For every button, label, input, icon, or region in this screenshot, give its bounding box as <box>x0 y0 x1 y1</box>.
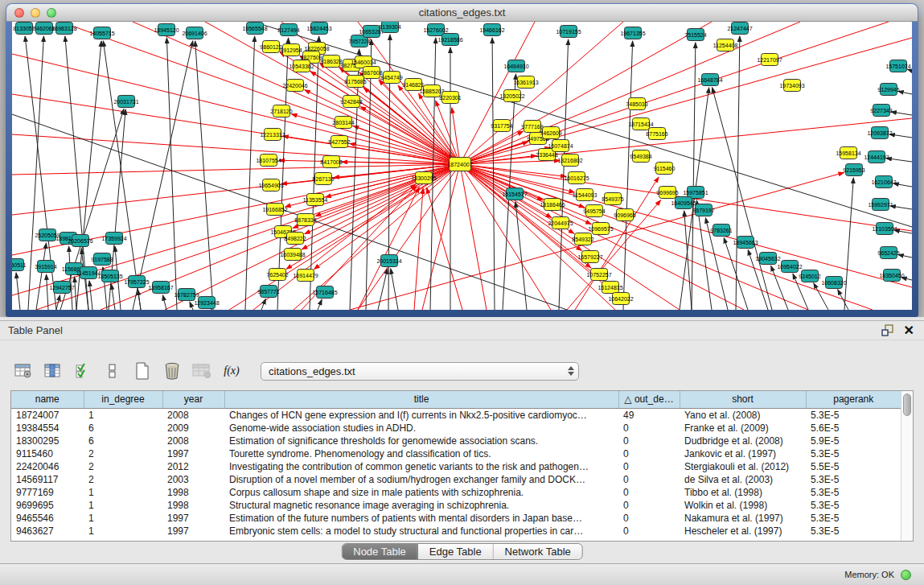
table-cell[interactable]: 1997 <box>162 525 224 538</box>
column-header-pagerank[interactable]: pagerank <box>806 391 901 408</box>
graph-node[interactable]: 16983128 <box>51 23 76 35</box>
graph-node[interactable]: 2718120 <box>270 105 292 117</box>
graph-node[interactable]: 16039488 <box>280 249 305 261</box>
table-row[interactable]: 2242004622012Investigating the contribut… <box>11 460 901 473</box>
table-cell[interactable]: 0 <box>618 473 680 486</box>
table-cell[interactable]: 2008 <box>162 435 224 447</box>
graph-node[interactable]: 18724007 <box>447 158 472 171</box>
graph-node[interactable]: 12923448 <box>194 297 219 309</box>
table-cell[interactable]: 1 <box>84 512 162 525</box>
graph-node[interactable]: 18350450 <box>879 270 904 282</box>
table-row[interactable]: 1830029562008Estimation of significance … <box>11 435 901 447</box>
zoom-window-button[interactable] <box>47 8 56 18</box>
citation-network-graph[interactable]: 8133057946206816983128140557151894512020… <box>12 22 912 310</box>
graph-node[interactable]: 13216802 <box>557 154 582 167</box>
float-panel-icon[interactable] <box>881 324 894 336</box>
graph-node[interactable]: 19045632 <box>755 253 780 265</box>
graph-node[interactable]: 16648784 <box>697 74 722 86</box>
table-cell[interactable]: Genome-wide association studies in ADHD. <box>224 422 618 435</box>
graph-node[interactable]: 8427552 <box>328 136 350 148</box>
graph-node[interactable]: 8775165 <box>646 128 667 140</box>
table-cell[interactable]: 0 <box>618 435 680 447</box>
table-cell[interactable]: 1 <box>84 499 162 512</box>
new-object-button[interactable] <box>132 360 153 381</box>
table-cell[interactable]: 2 <box>84 460 162 473</box>
graph-node[interactable]: 8549375 <box>602 193 623 205</box>
graph-node[interactable]: 13958167 <box>148 282 173 294</box>
table-cell[interactable]: 0 <box>618 525 680 538</box>
graph-node[interactable]: 9783261 <box>710 225 732 237</box>
graph-node[interactable]: 9115460 <box>654 163 676 175</box>
graph-node[interactable]: 11254408 <box>713 39 738 51</box>
memory-ok-indicator[interactable] <box>901 570 911 580</box>
graph-node[interactable]: 3915914 <box>35 261 56 273</box>
graph-node[interactable]: 7515524 <box>684 29 706 41</box>
graph-node[interactable]: 11544093 <box>573 189 598 201</box>
close-panel-icon[interactable]: ✕ <box>904 325 914 336</box>
table-cell[interactable]: Estimation of the future numbers of pati… <box>224 512 618 525</box>
graph-node[interactable]: 16074874 <box>548 140 573 152</box>
graph-node[interactable]: 18107554 <box>256 154 281 167</box>
graph-node[interactable]: 13205022 <box>499 90 524 102</box>
table-cell[interactable]: 1997 <box>162 512 224 525</box>
graph-node[interactable]: 22044975 <box>548 217 573 229</box>
graph-node[interactable]: 12444193 <box>864 151 889 163</box>
table-cell[interactable]: Tourette syndrome. Phenomenology and cla… <box>224 447 618 460</box>
table-row[interactable]: 911546021997Tourette syndrome. Phenomeno… <box>11 447 901 460</box>
table-cell[interactable]: 19384554 <box>11 422 84 435</box>
table-cell[interactable]: 5.3E-5 <box>806 525 901 538</box>
column-header-short[interactable]: short <box>680 391 806 408</box>
graph-node[interactable]: 9652425 <box>877 247 899 259</box>
graph-node[interactable]: 9860123 <box>260 41 281 53</box>
table-cell[interactable]: Structural magnetic resonance image aver… <box>224 499 618 512</box>
graph-node[interactable]: 9850511 <box>12 259 26 271</box>
graph-node[interactable]: 20691406 <box>182 27 207 39</box>
deselect-all-rows-button[interactable] <box>102 360 123 381</box>
table-row[interactable]: 1456911722003Disruption of a novel membe… <box>11 473 901 486</box>
table-cell[interactable]: 0 <box>618 486 680 499</box>
graph-node[interactable]: 9699695 <box>656 187 678 199</box>
graph-node[interactable]: 9549384 <box>630 150 651 163</box>
table-cell[interactable]: Tibbo et al. (1998) <box>680 486 806 499</box>
table-cell[interactable]: 5.6E-5 <box>806 422 901 435</box>
graph-node[interactable]: 7462609 <box>540 127 561 139</box>
table-cell[interactable]: 1998 <box>162 486 224 499</box>
graph-node[interactable]: 19565548 <box>242 23 267 35</box>
table-row[interactable]: 946362711997Embryonic stem cells: a mode… <box>11 525 901 538</box>
table-cell[interactable]: Franke et al. (2009) <box>680 422 806 435</box>
table-cell[interactable]: 2008 <box>162 408 224 422</box>
column-header-year[interactable]: year <box>162 391 224 408</box>
graph-node[interactable]: 17957225 <box>124 276 149 288</box>
table-cell[interactable]: 49 <box>618 408 680 422</box>
graph-node[interactable]: 15824453 <box>306 23 331 35</box>
table-cell[interactable]: 9463627 <box>11 525 84 538</box>
graph-node[interactable]: 12217097 <box>757 54 782 66</box>
graph-node[interactable]: 19166852 <box>262 204 287 216</box>
graph-node[interactable]: 9857771 <box>257 286 279 298</box>
graph-node[interactable]: 16914479 <box>293 270 318 282</box>
graph-node[interactable]: 18505135 <box>97 270 122 282</box>
graph-node[interactable]: 10719155 <box>556 26 581 38</box>
graph-node[interactable]: 8498222 <box>284 233 306 245</box>
graph-node[interactable]: 8267130 <box>312 173 334 185</box>
table-source-dropdown[interactable]: citations_edges.txt <box>261 362 579 381</box>
delete-table-button[interactable] <box>162 360 183 381</box>
graph-node[interactable]: 8454749 <box>380 72 402 84</box>
show-columns-button[interactable] <box>43 360 64 381</box>
graph-node[interactable]: 22420046 <box>282 80 307 92</box>
column-header-title[interactable]: title <box>224 391 618 408</box>
table-cell[interactable]: 1998 <box>162 499 224 512</box>
table-row[interactable]: 977716911998Corpus callosum shape and si… <box>11 486 901 499</box>
graph-node[interactable]: 19218586 <box>437 34 462 46</box>
table-cell[interactable]: 0 <box>618 512 680 525</box>
table-cell[interactable]: Stergiakouli et al. (2012) <box>680 460 806 473</box>
graph-node[interactable]: 16361913 <box>513 76 538 89</box>
graph-node[interactable]: 17359924 <box>101 233 126 245</box>
table-cell[interactable]: 5.3E-5 <box>806 473 901 486</box>
graph-node[interactable]: 16579227 <box>577 251 602 263</box>
graph-node[interactable]: 16494910 <box>503 60 528 72</box>
column-header-name[interactable]: name <box>11 391 84 408</box>
table-cell[interactable]: 9699695 <box>11 499 84 512</box>
graph-node[interactable]: 9242848 <box>340 96 362 108</box>
table-cell[interactable]: 5.3E-5 <box>806 512 901 525</box>
